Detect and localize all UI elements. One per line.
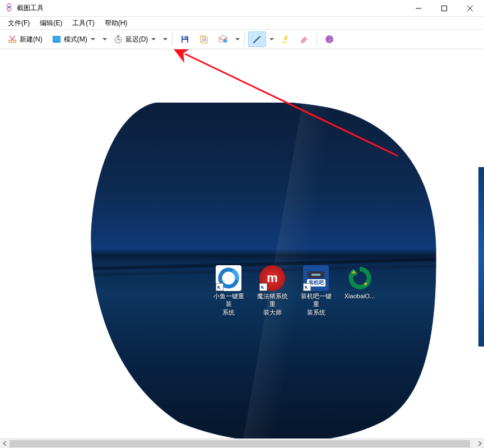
delay-button[interactable]: 延迟(D): [109, 31, 160, 47]
toolbar-separator: [172, 33, 173, 46]
mode-button[interactable]: 模式(M): [48, 31, 99, 47]
titlebar: 截图工具: [0, 0, 484, 17]
svg-rect-16: [183, 40, 187, 43]
copy-button[interactable]: [195, 31, 213, 47]
highlighter-button[interactable]: [276, 31, 294, 47]
desktop-icon: XiaobaiO...: [343, 265, 376, 316]
send-button[interactable]: [214, 31, 232, 47]
close-button[interactable]: [457, 0, 483, 17]
svg-point-30: [331, 39, 332, 40]
mode-label: 模式(M): [64, 35, 87, 44]
svg-point-31: [329, 40, 331, 42]
chevron-down-icon: [151, 38, 156, 40]
eraser-button[interactable]: [295, 31, 313, 47]
send-dropdown[interactable]: [233, 31, 241, 47]
new-snip-button[interactable]: 新建(N): [3, 31, 46, 47]
pen-dropdown[interactable]: [267, 31, 275, 47]
horizontal-scrollbar[interactable]: [0, 438, 484, 448]
shortcut-arrow-icon: [259, 283, 267, 291]
svg-point-5: [9, 40, 12, 43]
chevron-down-icon: [235, 38, 240, 40]
chevron-down-icon: [103, 38, 107, 40]
minimize-button[interactable]: [406, 0, 431, 17]
svg-point-29: [329, 36, 331, 38]
delay-label: 延迟(D): [125, 35, 148, 44]
desktop-icons-row: 小鱼一键重装 系统 m 魔法猪系统重 装大师 装机吧 装机吧一键重 装系统: [212, 265, 376, 316]
svg-point-23: [224, 39, 227, 43]
svg-rect-14: [117, 35, 119, 36]
scrollbar-track[interactable]: [10, 439, 474, 448]
svg-rect-2: [442, 6, 447, 11]
svg-point-27: [325, 35, 333, 43]
menu-help[interactable]: 帮助(H): [100, 17, 132, 29]
pen-button[interactable]: [248, 31, 266, 47]
toolbar-separator: [317, 33, 317, 46]
svg-rect-10: [53, 36, 60, 41]
svg-point-28: [327, 38, 329, 39]
save-button[interactable]: [176, 31, 194, 47]
desktop-icon-label: 装机吧一键重 装系统: [299, 292, 333, 316]
svg-rect-25: [284, 35, 288, 41]
chevron-down-icon: [91, 38, 95, 40]
scroll-right-button[interactable]: [474, 439, 484, 449]
menu-file[interactable]: 文件(F): [3, 17, 34, 29]
menubar: 文件(F) 编辑(E) 工具(T) 帮助(H): [0, 17, 484, 29]
scroll-left-button[interactable]: [0, 439, 10, 449]
scrollbar-thumb[interactable]: [10, 440, 470, 447]
shortcut-arrow-icon: [303, 283, 311, 291]
snip-content: 小鱼一键重装 系统 m 魔法猪系统重 装大师 装机吧 装机吧一键重 装系统: [90, 103, 437, 438]
desktop-icon-label: 小鱼一键重装 系统: [212, 292, 245, 316]
chevron-down-icon: [269, 38, 274, 40]
menu-tools[interactable]: 工具(T): [68, 17, 99, 29]
mode-dropdown[interactable]: [100, 31, 108, 47]
right-edge-strip: [478, 167, 484, 347]
toolbar-separator: [244, 33, 245, 46]
shortcut-arrow-icon: [216, 283, 224, 291]
desktop-icon: m 魔法猪系统重 装大师: [255, 265, 289, 316]
svg-line-24: [254, 37, 259, 43]
svg-point-0: [8, 6, 10, 8]
app-icon: [4, 3, 13, 13]
canvas-area[interactable]: 小鱼一键重装 系统 m 魔法猪系统重 装大师 装机吧 装机吧一键重 装系统: [0, 49, 484, 438]
chevron-down-icon: [163, 38, 167, 40]
new-snip-label: 新建(N): [20, 35, 43, 44]
delay-dropdown[interactable]: [161, 31, 169, 47]
desktop-icon: 小鱼一键重装 系统: [212, 265, 245, 316]
menu-edit[interactable]: 编辑(E): [35, 17, 67, 29]
toolbar: 新建(N) 模式(M) 延迟(D): [0, 29, 484, 49]
desktop-icon: 装机吧 装机吧一键重 装系统: [299, 265, 333, 316]
desktop-icon-label: XiaobaiO...: [345, 292, 375, 300]
svg-point-6: [13, 40, 16, 43]
maximize-button[interactable]: [431, 0, 457, 17]
desktop-icon-label: 魔法猪系统重 装大师: [255, 292, 289, 316]
svg-rect-17: [185, 36, 186, 38]
paint3d-button[interactable]: [320, 31, 338, 47]
svg-rect-26: [282, 41, 287, 43]
window-title: 截图工具: [17, 3, 44, 13]
